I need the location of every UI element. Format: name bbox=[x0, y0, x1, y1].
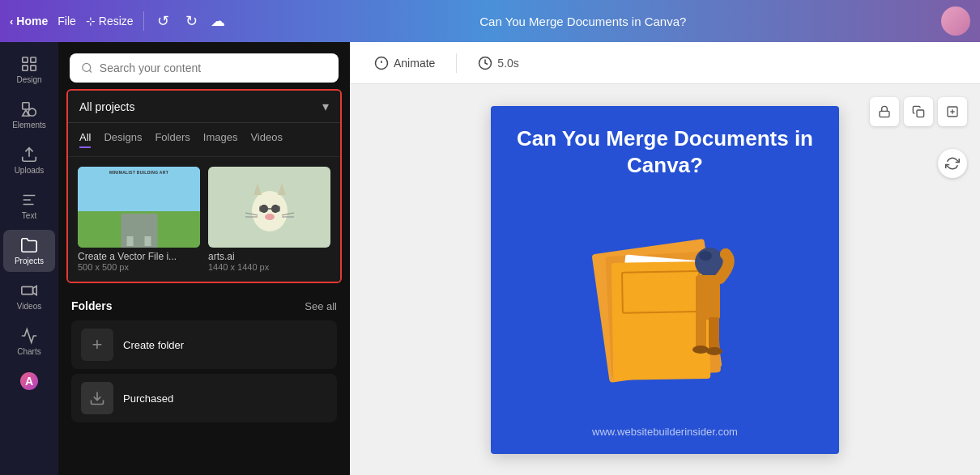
svg-rect-28 bbox=[917, 110, 924, 117]
thumbnail-item-0[interactable]: MINIMALIST BUILDING ART Create a Vector … bbox=[78, 167, 200, 272]
refresh-button[interactable] bbox=[938, 149, 967, 178]
sidebar: Design Elements Uploads Text bbox=[0, 42, 58, 475]
sidebar-label-design: Design bbox=[16, 75, 41, 84]
svg-marker-13 bbox=[278, 183, 286, 195]
filter-tab-designs[interactable]: Designs bbox=[104, 131, 142, 148]
filter-tabs: All Designs Folders Images Videos bbox=[68, 123, 340, 157]
thumbnail-size-0: 500 x 500 px bbox=[78, 262, 200, 272]
create-folder-label: Create folder bbox=[123, 339, 184, 351]
sidebar-item-charts[interactable]: Charts bbox=[3, 320, 55, 363]
sidebar-item-brand[interactable]: A bbox=[3, 366, 55, 397]
dropdown-label: All projects bbox=[79, 100, 134, 113]
svg-rect-0 bbox=[23, 57, 28, 62]
svg-point-4 bbox=[28, 108, 36, 116]
thumbnail-item-1[interactable]: arts.ai 1440 x 1440 px bbox=[208, 167, 330, 272]
search-input[interactable] bbox=[100, 61, 327, 74]
filter-tab-images[interactable]: Images bbox=[203, 131, 238, 148]
sidebar-item-text[interactable]: Text bbox=[3, 184, 55, 227]
right-area: Animate 5.0s bbox=[350, 42, 980, 475]
svg-rect-3 bbox=[31, 66, 36, 70]
folders-header: Folders See all bbox=[71, 299, 337, 312]
download-icon bbox=[89, 390, 105, 406]
svg-rect-22 bbox=[272, 206, 280, 212]
filter-tab-folders[interactable]: Folders bbox=[155, 131, 190, 148]
grid-icon bbox=[20, 55, 38, 73]
main-layout: Design Elements Uploads Text bbox=[0, 42, 980, 475]
svg-point-11 bbox=[252, 191, 288, 231]
resize-icon: ⊹ bbox=[86, 15, 96, 28]
canvas-card: Can You Merge Documents in Canva? bbox=[491, 106, 839, 454]
thumbnail-name-1: arts.ai bbox=[208, 251, 330, 262]
svg-rect-45 bbox=[696, 317, 706, 350]
topbar-divider bbox=[143, 11, 144, 31]
svg-point-9 bbox=[83, 63, 91, 71]
right-toolbar: Animate 5.0s bbox=[350, 42, 980, 84]
avatar[interactable] bbox=[941, 6, 970, 36]
sidebar-label-projects: Projects bbox=[15, 257, 44, 265]
shapes-icon bbox=[20, 100, 38, 118]
svg-point-48 bbox=[706, 347, 722, 355]
plus-icon: + bbox=[92, 334, 103, 355]
search-icon bbox=[81, 61, 93, 74]
search-container bbox=[60, 44, 348, 89]
sidebar-item-videos[interactable]: Videos bbox=[3, 275, 55, 317]
lock-button[interactable] bbox=[870, 97, 899, 126]
time-button[interactable]: 5.0s bbox=[470, 51, 526, 75]
thumbnail-image-1 bbox=[208, 167, 330, 248]
svg-line-10 bbox=[89, 70, 92, 73]
filter-tab-videos[interactable]: Videos bbox=[250, 131, 283, 148]
sidebar-label-text: Text bbox=[22, 211, 36, 220]
create-folder-item[interactable]: + Create folder bbox=[71, 320, 337, 369]
svg-rect-21 bbox=[259, 206, 267, 212]
svg-rect-2 bbox=[23, 66, 28, 70]
purchased-folder-item[interactable]: Purchased bbox=[71, 374, 337, 422]
documents-illustration bbox=[552, 222, 778, 384]
resize-button[interactable]: ⊹ Resize bbox=[86, 15, 134, 28]
sidebar-item-design[interactable]: Design bbox=[3, 49, 55, 91]
sidebar-item-uploads[interactable]: Uploads bbox=[3, 139, 55, 181]
upload-button[interactable]: ☁ bbox=[211, 12, 225, 30]
svg-point-16 bbox=[265, 214, 275, 220]
svg-marker-8 bbox=[33, 286, 37, 295]
sidebar-item-projects[interactable]: Projects bbox=[3, 230, 55, 272]
animate-button[interactable]: Animate bbox=[366, 51, 443, 75]
svg-rect-27 bbox=[880, 111, 889, 117]
refresh-icon bbox=[945, 156, 960, 171]
thumbnail-image-0: MINIMALIST BUILDING ART bbox=[78, 167, 200, 248]
thumbnails-grid: MINIMALIST BUILDING ART Create a Vector … bbox=[68, 157, 340, 282]
projects-dropdown[interactable]: All projects ▾ bbox=[68, 91, 340, 123]
home-label: Home bbox=[16, 15, 48, 28]
duplicate-button[interactable] bbox=[904, 97, 933, 126]
video-icon bbox=[20, 282, 38, 299]
thumbnail-size-1: 1440 x 1440 px bbox=[208, 262, 330, 272]
brand-icon: A bbox=[20, 372, 38, 390]
animate-icon bbox=[374, 56, 389, 70]
plus-icon-box: + bbox=[81, 329, 113, 361]
svg-rect-39 bbox=[611, 261, 711, 380]
svg-rect-5 bbox=[23, 103, 29, 109]
redo-button[interactable]: ↻ bbox=[182, 9, 201, 33]
file-menu[interactable]: File bbox=[58, 15, 76, 28]
toolbar-divider bbox=[456, 53, 457, 73]
see-all-button[interactable]: See all bbox=[305, 300, 337, 312]
svg-rect-7 bbox=[22, 286, 33, 294]
text-icon bbox=[20, 191, 38, 209]
folder-icon bbox=[20, 236, 38, 254]
folders-title: Folders bbox=[71, 299, 113, 312]
home-button[interactable]: ‹ Home bbox=[10, 15, 48, 28]
add-page-icon bbox=[946, 105, 959, 118]
sidebar-item-elements[interactable]: Elements bbox=[3, 94, 55, 136]
lock-icon bbox=[878, 105, 891, 118]
canvas-illustration bbox=[507, 180, 823, 425]
filter-tab-all[interactable]: All bbox=[79, 131, 91, 148]
canvas-title: Can You Merge Documents in Canva? bbox=[507, 125, 823, 180]
add-page-button[interactable] bbox=[938, 97, 967, 126]
download-icon-box bbox=[81, 382, 113, 414]
search-box[interactable] bbox=[70, 53, 339, 83]
svg-point-42 bbox=[699, 251, 712, 261]
document-title: Can You Merge Documents in Canva? bbox=[232, 15, 935, 28]
sidebar-label-uploads: Uploads bbox=[15, 166, 45, 175]
undo-button[interactable]: ↺ bbox=[154, 9, 173, 33]
svg-rect-1 bbox=[31, 57, 36, 62]
canvas-actions bbox=[870, 97, 967, 126]
